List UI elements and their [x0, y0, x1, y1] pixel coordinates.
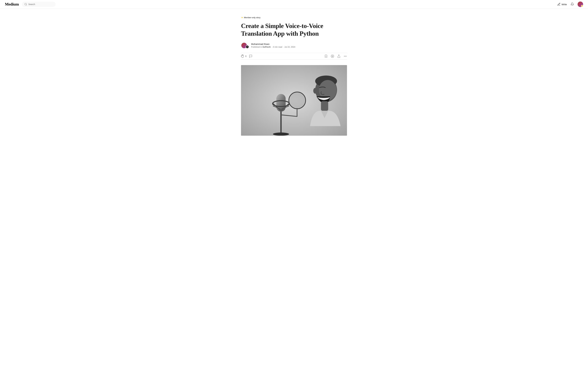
share-button[interactable]	[337, 54, 341, 58]
header: Medium Search Write	[0, 0, 588, 9]
save-button[interactable]	[324, 54, 328, 58]
publish-date: Jul 22, 2024	[284, 46, 295, 48]
svg-point-25	[290, 93, 305, 108]
clap-button[interactable]: 6	[241, 54, 247, 58]
write-button[interactable]: Write	[557, 3, 567, 6]
svg-point-0	[25, 3, 26, 5]
main-content: ✦ Member-only story Create a Simple Voic…	[237, 9, 351, 148]
article-title: Create a Simple Voice-to-Voice Translati…	[241, 22, 347, 38]
member-star-icon: ✦	[241, 16, 243, 19]
search-icon	[24, 3, 27, 6]
author-row: G Muhammad Ihsan Published in GoPenAI · …	[241, 42, 347, 49]
more-icon	[344, 54, 347, 58]
action-bar-right	[324, 54, 347, 58]
comment-icon	[249, 54, 252, 58]
author-info: Muhammad Ihsan Published in GoPenAI · 4 …	[251, 43, 295, 48]
share-icon	[337, 54, 341, 58]
header-left: Medium Search	[5, 2, 56, 7]
header-right: Write	[557, 1, 583, 7]
author-name[interactable]: Muhammad Ihsan	[251, 43, 295, 45]
svg-point-5	[345, 56, 346, 56]
clap-count: 6	[245, 55, 247, 57]
clap-icon	[241, 54, 244, 58]
svg-marker-2	[332, 56, 333, 57]
svg-rect-32	[321, 101, 328, 111]
listen-button[interactable]	[331, 54, 334, 58]
search-bar[interactable]: Search	[22, 2, 56, 7]
svg-point-10	[273, 132, 289, 136]
avatar-badge	[581, 5, 583, 7]
svg-point-4	[344, 56, 345, 56]
member-badge: ✦ Member-only story	[241, 16, 347, 19]
svg-point-6	[346, 56, 346, 56]
more-options-button[interactable]	[344, 54, 347, 58]
publication-avatar[interactable]: G	[246, 45, 249, 49]
bell-icon	[571, 2, 574, 6]
svg-rect-9	[280, 110, 282, 136]
svg-point-1	[331, 55, 334, 58]
write-label: Write	[562, 3, 567, 6]
hero-illustration	[241, 65, 347, 136]
avatar[interactable]	[578, 1, 583, 7]
write-icon	[557, 3, 561, 6]
comment-button[interactable]	[249, 54, 252, 58]
author-avatars: G	[241, 42, 249, 49]
publication-link[interactable]: GoPenAI	[262, 46, 271, 48]
read-time: 4 min read	[273, 46, 282, 48]
author-meta: Published in GoPenAI · 4 min read · Jul …	[251, 46, 295, 48]
search-placeholder: Search	[28, 3, 35, 6]
play-icon	[331, 54, 334, 58]
hero-image	[241, 65, 347, 136]
medium-logo[interactable]: Medium	[5, 2, 19, 7]
notifications-button[interactable]	[571, 2, 574, 6]
member-text: Member-only story	[244, 16, 261, 19]
svg-point-30	[313, 88, 317, 94]
bookmark-icon	[324, 54, 328, 58]
action-bar: 6	[241, 53, 347, 60]
action-bar-left: 6	[241, 54, 252, 58]
